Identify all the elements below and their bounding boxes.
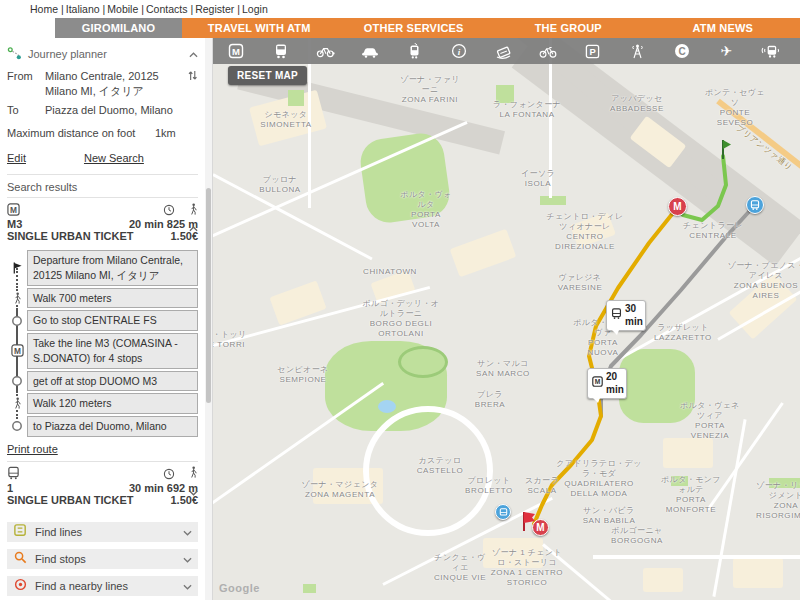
radio-tower-icon[interactable] bbox=[626, 42, 648, 60]
result-duration: 20 min bbox=[129, 218, 164, 230]
result-mode-row bbox=[7, 467, 198, 481]
link-contacts[interactable]: Contacts bbox=[146, 3, 187, 15]
app: Home| Italiano| Mobile| Contacts| Regist… bbox=[0, 0, 800, 600]
map-label: ゾーナ・リソルジメントZONA RISORGIMENTO bbox=[756, 481, 800, 521]
parking-icon[interactable]: P bbox=[582, 42, 604, 60]
scrollbar-thumb[interactable] bbox=[206, 188, 211, 403]
tab-travel-with-atm[interactable]: TRAVEL WITH ATM bbox=[182, 18, 337, 38]
area-c-icon[interactable]: C bbox=[671, 42, 693, 60]
map-label-en: CENTRALE bbox=[683, 231, 743, 241]
search-results-label: Search results bbox=[7, 174, 198, 197]
map-label-en: SAN MARCO bbox=[476, 369, 530, 379]
search-result-m3[interactable]: M M3 20 min 825 m SINGLE URBAN TICKET bbox=[7, 197, 198, 246]
accordion-nearby-lines[interactable]: Find a nearby lines bbox=[7, 576, 198, 596]
route-steps: Departure from Milano Centrale, 20125 Mi… bbox=[7, 250, 198, 436]
chevron-up-icon[interactable] bbox=[189, 48, 198, 60]
route-step: Go to stop CENTRALE FS bbox=[7, 310, 198, 331]
result-ticket-row: SINGLE URBAN TICKET 1.50€ bbox=[7, 494, 198, 506]
map-label-jp: カステッロ bbox=[417, 456, 464, 466]
map-label-en: LAZZARETTO bbox=[654, 333, 712, 343]
chevron-down-icon bbox=[183, 580, 192, 592]
map-label-en: PONTE SEVESO bbox=[705, 108, 765, 128]
map-label: サン・バビラSAN BABILA bbox=[582, 506, 637, 526]
map-label-jp: シモネッタ bbox=[260, 110, 311, 120]
from-value[interactable]: Milano Centrale, 20125 Milano MI, イタリア bbox=[45, 69, 187, 99]
plane-icon[interactable]: ✈ bbox=[715, 42, 737, 60]
bus-live-icon[interactable] bbox=[760, 42, 782, 60]
tab-other-services[interactable]: OTHER SERVICES bbox=[337, 18, 492, 38]
map-label: ゾーナ・ブエノス・アイレスZONA BUENOS AIRES bbox=[726, 261, 800, 301]
link-mobile[interactable]: Mobile bbox=[107, 3, 138, 15]
map-label: トレ・トッリTRE TORRI bbox=[213, 330, 247, 350]
reset-map-button[interactable]: RESET MAP bbox=[228, 66, 307, 85]
link-login[interactable]: Login bbox=[242, 3, 268, 15]
map-label-en: ABBADESSE bbox=[610, 104, 664, 114]
map-label-en: PORTA MONFORTE bbox=[661, 495, 721, 515]
map-label-en: ZONA 1 CENTRO STORICO bbox=[487, 568, 567, 588]
tab-the-group[interactable]: THE GROUP bbox=[491, 18, 646, 38]
tram-icon[interactable] bbox=[403, 42, 425, 60]
bus-icon[interactable] bbox=[270, 42, 292, 60]
metro-icon[interactable]: M bbox=[225, 42, 247, 60]
separator: | bbox=[141, 3, 144, 15]
tab-giromilano[interactable]: GIROMILANO bbox=[55, 18, 182, 38]
swap-direction-icon[interactable] bbox=[187, 69, 198, 86]
centrale-tram-stop-marker[interactable] bbox=[746, 196, 764, 214]
nav-spacer bbox=[0, 18, 55, 38]
map-label-en: ZONA RISORGIMENTO bbox=[756, 501, 800, 521]
link-register[interactable]: Register bbox=[195, 3, 234, 15]
start-flag-marker[interactable] bbox=[716, 138, 732, 164]
new-search-link[interactable]: New Search bbox=[84, 152, 144, 164]
bike-sharing-icon[interactable] bbox=[314, 42, 336, 60]
map-label-en: CASTELLO bbox=[417, 466, 464, 476]
map-label: ポルタ・ヴォルタPORTA VOLTA bbox=[399, 190, 454, 230]
map-label: ブロレットBROLETTO bbox=[465, 476, 513, 496]
destination-flag-marker[interactable] bbox=[521, 510, 537, 536]
bus-icon bbox=[7, 466, 20, 482]
map-label: ボルゴ・デッリ・オルトラーニBORGO DEGLI ORTOLANI bbox=[359, 299, 444, 339]
map-label-en: SAN BABILA bbox=[582, 516, 637, 526]
to-value[interactable]: Piazza del Duomo, Milano bbox=[45, 103, 198, 118]
info-icon[interactable]: i bbox=[448, 42, 470, 60]
route-step: Walk 700 meters bbox=[7, 288, 198, 309]
map-label-en: SEMPIONE bbox=[277, 375, 328, 385]
nearby-lines-icon bbox=[13, 577, 28, 594]
accordion-find-lines[interactable]: Find lines bbox=[7, 522, 198, 542]
bike-icon[interactable] bbox=[537, 42, 559, 60]
map-label-en: ZONA MAGENTA bbox=[300, 490, 380, 500]
content: Journey planner From Milano Centrale, 20… bbox=[0, 38, 800, 600]
chevron-up-icon[interactable] bbox=[189, 222, 198, 234]
svg-text:M: M bbox=[232, 46, 240, 57]
map-label-en: PORTA VENEZIA bbox=[678, 421, 743, 441]
top-link-bar: Home| Italiano| Mobile| Contacts| Regist… bbox=[0, 0, 800, 18]
chevron-down-icon[interactable] bbox=[189, 486, 198, 498]
link-home[interactable]: Home bbox=[30, 3, 58, 15]
route-time-badge-metro[interactable]: M 20 min bbox=[587, 368, 627, 399]
route-step-text: Go to stop CENTRALE FS bbox=[27, 310, 198, 331]
map-label-jp: ラ・フォンターナ bbox=[493, 100, 561, 110]
map-label-jp: ゾーナ・ブエノス・アイレス bbox=[726, 261, 800, 281]
ticket-icon[interactable] bbox=[492, 42, 514, 60]
tab-atm-news[interactable]: ATM NEWS bbox=[646, 18, 800, 38]
car-icon[interactable] bbox=[359, 42, 381, 60]
map-canvas[interactable]: ゾーナ・ファリーニZONA FARINI ラ・フォンターナLA FONTANA … bbox=[213, 38, 800, 600]
accordion-label: Find lines bbox=[35, 526, 183, 538]
centrale-metro-marker[interactable]: M bbox=[668, 197, 687, 216]
map-label: ゾーナ・ファリーニZONA FARINI bbox=[400, 75, 460, 105]
print-route-link[interactable]: Print route bbox=[7, 443, 58, 455]
route-time-badge-bus[interactable]: 30 min bbox=[606, 300, 646, 331]
link-italiano[interactable]: Italiano bbox=[66, 3, 100, 15]
map-label-jp: ブッロナ bbox=[259, 175, 301, 185]
map-label-jp: サン・マルコ bbox=[476, 359, 530, 369]
duomo-tram-stop-marker[interactable] bbox=[495, 504, 511, 520]
journey-planner-header[interactable]: Journey planner bbox=[7, 43, 198, 65]
svg-text:i: i bbox=[458, 47, 461, 57]
accordion-find-stops[interactable]: Find stops bbox=[7, 549, 198, 569]
route-step-text: Walk 120 meters bbox=[27, 393, 198, 414]
sidebar-scrollbar[interactable] bbox=[205, 38, 212, 600]
edit-link[interactable]: Edit bbox=[7, 152, 26, 164]
ticket-type: SINGLE URBAN TICKET bbox=[7, 230, 134, 242]
result-ticket-row: SINGLE URBAN TICKET 1.50€ bbox=[7, 230, 198, 242]
search-result-line1[interactable]: 1 30 min 692 m SINGLE URBAN TICKET 1.50€ bbox=[7, 461, 198, 510]
route-step-text: Take the line M3 (COMASINA - S.DONATO) f… bbox=[27, 333, 198, 368]
